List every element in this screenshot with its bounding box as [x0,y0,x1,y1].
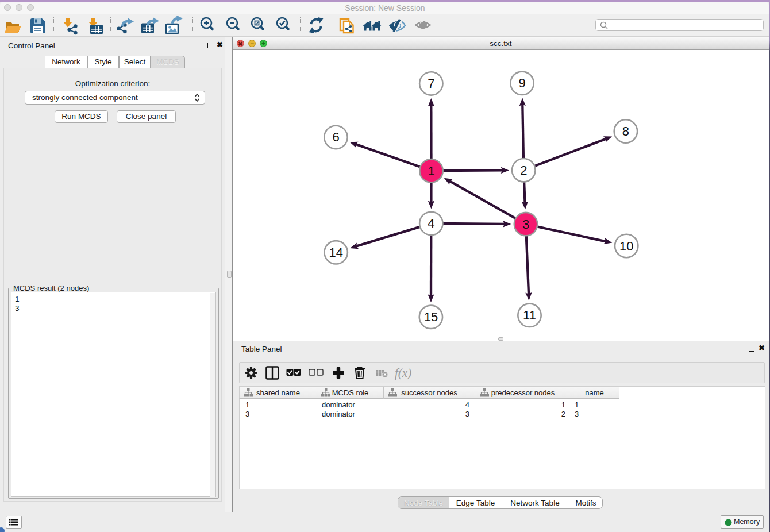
svg-text:6: 6 [332,130,339,144]
svg-text:4: 4 [428,216,434,230]
svg-text:1: 1 [428,164,434,178]
svg-text:11: 11 [523,308,536,322]
svg-text:8: 8 [622,124,629,138]
svg-text:14: 14 [329,245,342,260]
svg-text:9: 9 [518,76,525,90]
svg-text:10: 10 [619,239,633,253]
svg-text:2: 2 [520,163,527,178]
svg-text:3: 3 [522,217,529,232]
svg-text:f(x): f(x) [395,366,411,380]
svg-text:7: 7 [428,76,434,91]
svg-text:15: 15 [424,310,438,324]
